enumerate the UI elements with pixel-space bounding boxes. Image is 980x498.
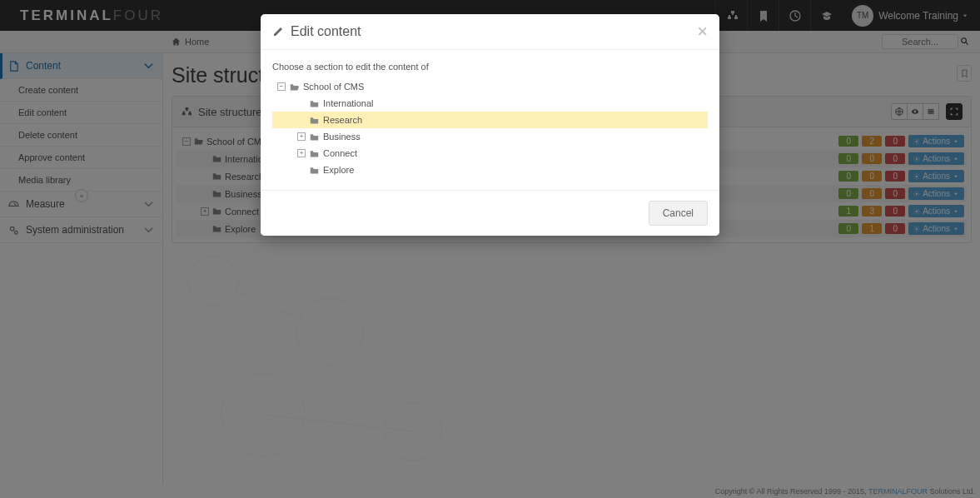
modal-tree-row[interactable]: +Business bbox=[272, 128, 708, 145]
modal-tree-label: School of CMS bbox=[303, 82, 364, 92]
folder-open-icon bbox=[290, 82, 299, 92]
cancel-button[interactable]: Cancel bbox=[649, 201, 708, 226]
edit-content-modal: Edit content × Choose a section to edit … bbox=[261, 14, 719, 236]
modal-header: Edit content × bbox=[261, 14, 719, 50]
modal-tree: −School of CMSInternationalResearch+Busi… bbox=[272, 78, 708, 178]
modal-tree-label: Explore bbox=[323, 165, 354, 175]
tree-toggle[interactable]: + bbox=[297, 132, 306, 141]
modal-instruction: Choose a section to edit the content of bbox=[272, 62, 708, 72]
folder-icon bbox=[310, 166, 319, 175]
folder-icon bbox=[310, 132, 319, 142]
modal-tree-label: Business bbox=[323, 132, 361, 142]
tree-toggle[interactable]: − bbox=[277, 82, 286, 91]
modal-body: Choose a section to edit the content of … bbox=[261, 50, 719, 190]
folder-icon bbox=[310, 149, 319, 158]
modal-title-text: Edit content bbox=[291, 24, 361, 39]
close-icon[interactable]: × bbox=[697, 22, 708, 41]
modal-footer: Cancel bbox=[261, 190, 719, 236]
folder-icon bbox=[310, 99, 319, 108]
modal-tree-row[interactable]: International bbox=[272, 95, 708, 112]
tree-toggle[interactable]: + bbox=[297, 149, 306, 157]
modal-tree-row[interactable]: Explore bbox=[272, 162, 708, 178]
folder-icon bbox=[310, 116, 319, 125]
modal-tree-row[interactable]: −School of CMS bbox=[272, 78, 708, 95]
modal-tree-label: International bbox=[323, 98, 374, 108]
modal-tree-row[interactable]: +Connect bbox=[272, 145, 708, 162]
modal-tree-label: Research bbox=[323, 115, 362, 125]
pencil-icon bbox=[272, 26, 284, 37]
modal-tree-row[interactable]: Research bbox=[272, 112, 708, 128]
modal-tree-label: Connect bbox=[323, 148, 357, 158]
